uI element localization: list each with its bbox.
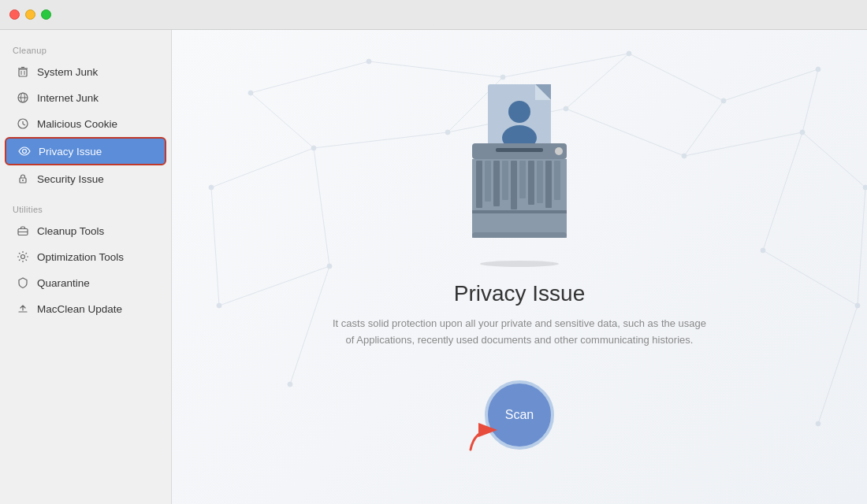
sidebar: Cleanup System Junk (0, 30, 172, 504)
globe-icon (16, 91, 30, 105)
sidebar-item-quarantine-label: Quarantine (37, 277, 90, 289)
sidebar-item-quarantine[interactable]: Quarantine (5, 270, 166, 295)
sidebar-item-system-junk-label: System Junk (37, 66, 98, 78)
trash-icon (16, 65, 30, 79)
svg-line-41 (251, 93, 314, 148)
svg-point-13 (22, 180, 24, 181)
svg-rect-75 (528, 161, 534, 205)
svg-point-16 (21, 255, 25, 259)
close-button[interactable] (9, 9, 20, 20)
svg-point-28 (800, 130, 805, 135)
shredder-body-svg (460, 139, 579, 242)
sidebar-item-macclean-update[interactable]: MacClean Update (5, 296, 166, 321)
maximize-button[interactable] (41, 9, 51, 20)
upload-icon (16, 302, 30, 316)
shredder-shadow (480, 261, 559, 267)
svg-point-22 (816, 67, 820, 72)
svg-line-37 (369, 61, 503, 77)
svg-line-55 (290, 266, 329, 384)
sidebar-divider (0, 192, 171, 200)
svg-point-18 (367, 59, 371, 64)
sidebar-item-optimization-tools[interactable]: Optimization Tools (5, 244, 166, 269)
briefcase-icon (16, 224, 30, 238)
main-content: Privacy Issue It casts solid protection … (172, 30, 867, 504)
svg-rect-72 (502, 161, 508, 200)
sidebar-item-malicious-cookie-label: Malicious Cookie (37, 118, 117, 130)
sidebar-item-system-junk[interactable]: System Junk (5, 59, 166, 84)
sidebar-item-privacy-issue-label: Privacy Issue (39, 146, 102, 158)
shredder-illustration (460, 84, 579, 242)
svg-rect-71 (493, 161, 500, 206)
svg-point-20 (627, 51, 631, 56)
svg-point-33 (761, 248, 765, 253)
svg-point-30 (217, 303, 221, 308)
scan-arrow (463, 414, 506, 458)
svg-rect-74 (519, 161, 526, 198)
svg-line-50 (802, 132, 865, 187)
page-title: Privacy Issue (454, 281, 586, 306)
sidebar-item-macclean-update-label: MacClean Update (37, 303, 122, 315)
svg-line-40 (724, 69, 818, 101)
svg-point-35 (816, 421, 820, 426)
svg-rect-80 (472, 210, 567, 213)
sidebar-item-security-issue-label: Security Issue (37, 173, 104, 185)
settings-icon (16, 250, 30, 264)
sidebar-item-privacy-issue[interactable]: Privacy Issue (5, 137, 166, 165)
sidebar-item-malicious-cookie[interactable]: Malicious Cookie (5, 111, 166, 136)
svg-line-54 (314, 148, 329, 266)
sidebar-item-optimization-tools-label: Optimization Tools (37, 251, 124, 263)
svg-point-21 (721, 98, 726, 103)
sidebar-item-cleanup-tools-label: Cleanup Tools (37, 225, 104, 237)
section-label-utilities: Utilities (0, 200, 171, 217)
svg-point-67 (555, 147, 563, 155)
svg-point-63 (508, 101, 530, 123)
sidebar-item-security-issue[interactable]: Security Issue (5, 166, 166, 191)
lock-icon (16, 172, 30, 186)
svg-point-34 (855, 303, 860, 308)
minimize-button[interactable] (25, 9, 35, 20)
svg-line-49 (802, 69, 818, 132)
section-label-cleanup: Cleanup (0, 41, 171, 58)
svg-rect-69 (476, 161, 482, 208)
svg-rect-81 (472, 232, 567, 238)
app-body: Cleanup System Junk (0, 30, 867, 504)
svg-line-52 (211, 187, 219, 306)
svg-line-51 (211, 148, 314, 187)
svg-line-56 (763, 250, 858, 306)
page-description: It casts solid protection upon all your … (330, 316, 709, 349)
svg-line-59 (858, 187, 865, 306)
svg-rect-66 (496, 148, 543, 152)
sidebar-item-internet-junk-label: Internet Junk (37, 92, 99, 104)
svg-point-23 (209, 185, 214, 190)
svg-rect-70 (485, 161, 491, 202)
svg-point-24 (311, 146, 316, 150)
svg-rect-76 (537, 161, 543, 203)
svg-rect-78 (554, 161, 560, 200)
eye-icon (17, 144, 32, 158)
svg-line-57 (818, 306, 858, 424)
svg-rect-73 (511, 161, 517, 209)
clock-icon (16, 117, 30, 131)
traffic-lights (9, 9, 51, 20)
svg-line-58 (763, 132, 802, 250)
svg-line-53 (219, 266, 329, 306)
svg-point-17 (248, 91, 253, 95)
svg-line-38 (503, 54, 629, 77)
content-area: Privacy Issue It casts solid protection … (330, 84, 709, 450)
sidebar-item-cleanup-tools[interactable]: Cleanup Tools (5, 218, 166, 243)
scan-button-wrapper: Scan (485, 380, 554, 450)
svg-line-10 (23, 124, 25, 126)
svg-point-32 (288, 382, 292, 387)
svg-rect-77 (545, 161, 552, 208)
title-bar (0, 0, 867, 30)
svg-point-11 (23, 150, 27, 154)
svg-rect-0 (19, 69, 27, 76)
svg-point-29 (863, 185, 867, 190)
shield-icon (16, 276, 30, 290)
sidebar-item-internet-junk[interactable]: Internet Junk (5, 85, 166, 110)
svg-point-19 (500, 75, 505, 80)
